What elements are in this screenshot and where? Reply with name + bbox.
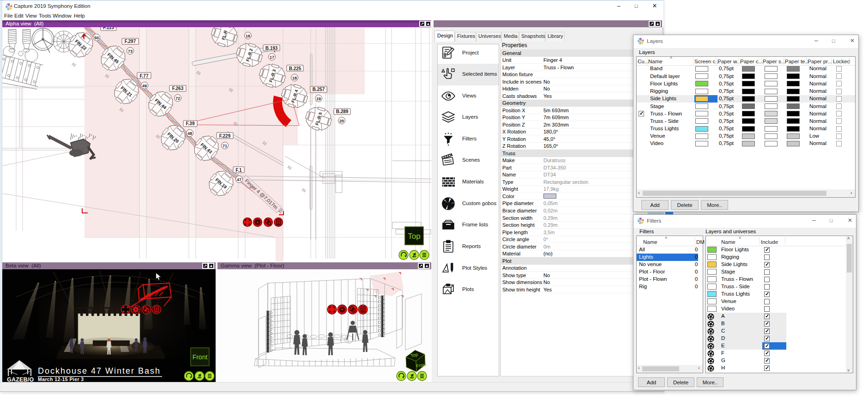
svg-text:16: 16 <box>246 34 250 38</box>
svg-text:B.289: B.289 <box>336 109 349 114</box>
svg-text:F.39: F.39 <box>186 121 195 126</box>
svg-text:47: 47 <box>237 177 241 182</box>
svg-text:B.193: B.193 <box>265 46 278 51</box>
svg-text:F.263: F.263 <box>172 86 184 91</box>
svg-text:49: 49 <box>142 84 147 88</box>
svg-text:48: 48 <box>187 131 192 136</box>
svg-text:F.77: F.77 <box>140 73 149 79</box>
svg-text:71: 71 <box>223 144 227 148</box>
svg-text:F.113: F.113 <box>103 27 114 30</box>
svg-text:20: 20 <box>339 119 344 123</box>
svg-text:March 12-15 Pier 3: March 12-15 Pier 3 <box>38 376 84 382</box>
svg-text:F.297: F.297 <box>125 39 136 44</box>
svg-text:F.229: F.229 <box>219 133 231 139</box>
svg-text:Dockhouse 47 Winter Bash: Dockhouse 47 Winter Bash <box>38 366 161 376</box>
svg-text:F.1: F.1 <box>235 168 242 173</box>
svg-text:18: 18 <box>292 76 297 80</box>
svg-text:B.225: B.225 <box>289 66 301 71</box>
svg-text:17: 17 <box>270 55 274 60</box>
svg-text:Top: Top <box>408 232 420 241</box>
svg-text:50: 50 <box>94 36 99 40</box>
svg-text:Front: Front <box>193 353 208 361</box>
svg-text:73: 73 <box>128 49 133 54</box>
svg-text:19: 19 <box>316 97 321 101</box>
svg-text:72: 72 <box>175 96 180 101</box>
svg-text:B.257: B.257 <box>313 87 325 92</box>
